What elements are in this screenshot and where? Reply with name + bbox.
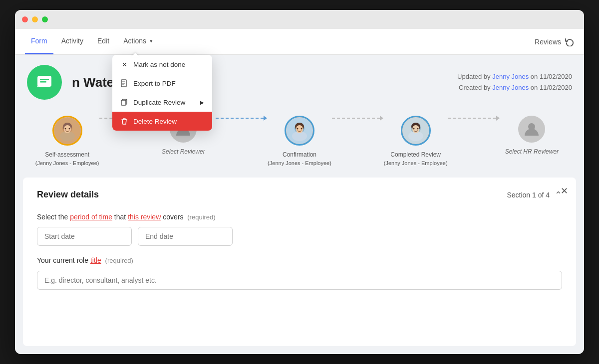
person-avatar-3 (286, 117, 313, 144)
svg-rect-2 (121, 100, 126, 105)
svg-point-22 (301, 128, 302, 130)
connector-arrow-3 (380, 116, 383, 121)
svg-point-11 (64, 128, 66, 130)
role-field-label: Your current role title (required) (37, 256, 562, 266)
step-confirmation[interactable]: Confirmation (Jenny Jones - Employee) (267, 116, 331, 168)
duplicate-arrow-icon: ▶ (200, 100, 204, 105)
tab-edit[interactable]: Edit (91, 29, 115, 54)
svg-point-29 (417, 128, 418, 130)
connector-4 (448, 116, 499, 140)
trash-icon (120, 117, 128, 125)
menu-item-mark-not-done[interactable]: ✕ Mark as not done (112, 55, 212, 74)
date-fields (37, 227, 562, 246)
nav-tabs: Form Activity Edit Actions ▾ (25, 29, 159, 54)
connector-2 (216, 116, 267, 140)
step-label-select-hr-reviewer: Select HR Reviewer (505, 148, 559, 156)
section-title: Review details (37, 189, 99, 200)
connector-line-4 (448, 118, 496, 119)
connector-line-2 (216, 118, 264, 119)
section-info: Section 1 of 4 ⌃ (507, 189, 562, 200)
period-field-label: Select the period of time that this revi… (37, 212, 562, 222)
created-info: Created by Jenny Jones on 11/02/2020 (457, 82, 572, 93)
svg-rect-4 (40, 79, 49, 80)
tab-activity[interactable]: Activity (55, 29, 89, 54)
step-label-self-assessment: Self-assessment (Jenny Jones - Employee) (35, 151, 99, 168)
svg-point-13 (64, 130, 66, 131)
step-completed-review[interactable]: Completed Review (Jenny Jones - Employee… (383, 116, 448, 168)
role-title-input[interactable] (37, 271, 562, 290)
maximize-dot[interactable] (42, 16, 48, 22)
tab-actions[interactable]: Actions ▾ (117, 29, 159, 54)
main-content: Form Activity Edit Actions ▾ Reviews (15, 29, 584, 354)
section-header: Review details Section 1 of 4 ⌃ (37, 189, 562, 200)
actions-dropdown-menu: ✕ Mark as not done Export to PDF (112, 55, 212, 131)
x-icon: ✕ (120, 60, 128, 68)
dropdown-arrow (131, 53, 139, 57)
menu-item-delete-review[interactable]: Delete Review (112, 112, 212, 131)
step-select-hr-reviewer[interactable]: Select HR Reviewer (500, 116, 564, 156)
form-close-button[interactable]: ✕ (561, 185, 568, 196)
step-label-completed-review: Completed Review (Jenny Jones - Employee… (384, 151, 448, 168)
person-silhouette-2-icon (524, 121, 540, 137)
connector-arrow-4 (496, 116, 500, 121)
menu-item-export-pdf[interactable]: Export to PDF (112, 74, 212, 93)
header-meta: Updated by Jenny Jones on 11/02/2020 Cre… (457, 71, 572, 93)
pdf-icon (120, 79, 128, 87)
connector-line-3 (332, 118, 380, 119)
form-area: ✕ Review details Section 1 of 4 ⌃ Select… (23, 178, 576, 346)
step-avatar-self-assessment (52, 116, 82, 146)
connector-arrow-2 (264, 116, 267, 121)
role-field-group: Your current role title (required) (37, 256, 562, 290)
svg-point-28 (413, 128, 414, 130)
period-field-group: Select the period of time that this revi… (37, 212, 562, 246)
step-label-select-reviewer: Select Reviewer (162, 148, 205, 156)
minimize-dot[interactable] (32, 16, 38, 22)
top-nav: Form Activity Edit Actions ▾ Reviews (15, 29, 584, 55)
header-left: n Waters (27, 65, 126, 100)
person-avatar-1 (54, 117, 81, 144)
app-window: Form Activity Edit Actions ▾ Reviews (15, 10, 584, 354)
tab-form[interactable]: Form (25, 29, 53, 54)
step-avatar-select-hr-reviewer (518, 116, 545, 143)
actions-chevron-icon: ▾ (150, 38, 153, 44)
end-date-input[interactable] (138, 227, 233, 246)
nav-reviews-link[interactable]: Reviews (535, 37, 574, 46)
svg-point-21 (297, 128, 299, 130)
step-label-confirmation: Confirmation (Jenny Jones - Employee) (268, 151, 331, 168)
step-avatar-completed-review (401, 116, 431, 146)
step-avatar-confirmation (285, 116, 314, 146)
titlebar (15, 10, 584, 29)
step-self-assessment[interactable]: Self-assessment (Jenny Jones - Employee) (35, 116, 99, 168)
avatar-circle (27, 65, 62, 100)
close-dot[interactable] (22, 16, 28, 22)
chat-icon (36, 74, 53, 91)
workflow-area: Self-assessment (Jenny Jones - Employee) (15, 108, 584, 178)
connector-3 (332, 116, 383, 140)
header-area: n Waters Updated by Jenny Jones on 11/02… (15, 55, 584, 108)
svg-rect-5 (40, 81, 46, 83)
menu-item-duplicate-review[interactable]: Duplicate Review ▶ (112, 93, 212, 112)
person-avatar-4 (402, 117, 429, 144)
start-date-input[interactable] (37, 227, 132, 246)
refresh-icon (565, 37, 574, 46)
updated-by-link[interactable]: Jenny Jones (492, 73, 529, 80)
duplicate-icon (120, 98, 128, 106)
svg-point-12 (68, 128, 70, 130)
svg-point-14 (69, 130, 71, 131)
created-by-link[interactable]: Jenny Jones (492, 84, 529, 91)
updated-info: Updated by Jenny Jones on 11/02/2020 (457, 71, 572, 82)
